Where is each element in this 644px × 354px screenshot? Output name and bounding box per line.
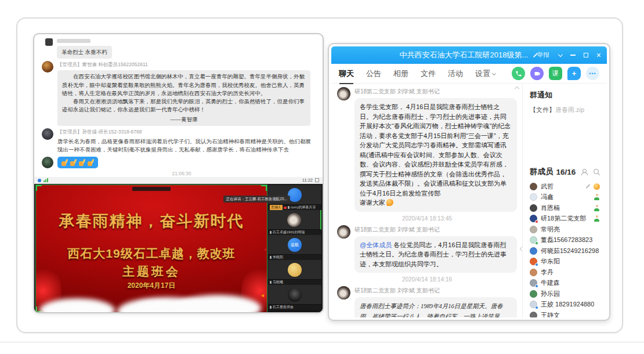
emoji-status-icon [594,183,600,190]
participant-avatar: 远航 [288,238,302,252]
member-name: 王姣 18291924880 [541,300,594,309]
member-name: 研18第二党支部 [541,214,586,223]
fullscreen-icon[interactable] [315,178,319,182]
mention-all[interactable]: @全体成员 [360,241,392,248]
message-bubble: 革命烈士 永垂不朽 [57,46,112,59]
participant-label: 主持人 curry的屏幕共享 [268,205,321,210]
timestamp: 2020/4/14 18:13:45 [337,215,517,222]
member-row[interactable]: 牛建森 [530,278,600,289]
close-button[interactable]: × [596,51,601,59]
message-thanks: 谢谢大家 [360,199,385,206]
status-badge [535,306,538,309]
speaker-icon[interactable]: ◄ [260,292,265,298]
participant-label: 马晓曦 [268,280,321,285]
member-row[interactable]: 研18第二党支部 [530,214,600,225]
online-person-icon [594,205,600,211]
member-row[interactable]: 冯鑫 [530,192,600,203]
tab-notice[interactable]: 公告 [366,68,381,79]
tab-album[interactable]: 相册 [393,68,408,79]
host-badge: 主持人 [270,205,283,210]
member-row[interactable]: 常明亮 [530,224,600,235]
member-name: 何晓茹15249216298 [541,247,599,255]
window-title: 中共西安石油大学石工院研2018级第... [400,50,529,60]
sender-name: 研18第二党支部 刘学斌 支部书记 [354,88,517,96]
participant-label: 石工卓越1901刘明瑞 [268,230,321,235]
member-row[interactable]: 董磊15667283823 [530,235,600,246]
invite-member-icon[interactable] [581,169,588,175]
record-icon[interactable] [38,179,41,182]
participant-video-tile[interactable]: 远航 [268,235,321,255]
slide-subtitle: 主题班会 [36,263,267,280]
thumbs-up-icon [88,159,94,166]
shared-slide: 承春雨精神，奋斗新时代 西石大19级石工卓越，教改班 主题班会 2020年4月1… [36,185,267,312]
member-name: 牛建森 [541,279,560,287]
avatar[interactable] [45,38,53,46]
member-avatar [530,269,537,276]
member-row[interactable]: 华东阳 [530,257,600,268]
message-list[interactable]: 研18第二党支部 刘学斌 支部书记 各学生党支部， 4月16日是我院唐春雨烈士牺… [331,84,523,317]
message-bubble: 各学生党支部， 4月16日是我院唐春雨烈士牺牲之日。为纪念唐春雨烈士，学习烈士的… [354,98,517,212]
participant-video-tile[interactable] [268,285,321,305]
group-notice-file[interactable]: 【文件】唐春雨.zip [530,106,600,114]
member-row[interactable]: 王静文 [530,310,600,317]
members-title: 群成员 [530,167,553,177]
phone-icon [515,70,522,77]
tab-settings[interactable]: 设置 [475,68,495,79]
minimize-button[interactable] [570,55,576,56]
sender-name: 【管理员】黄智康 科创委员15622052611 [57,62,310,68]
member-name: 武哲 [541,182,553,191]
avatar[interactable] [337,225,350,239]
selection-handle [36,185,42,191]
members-header: 群成员 16/16 [530,167,600,177]
member-avatar [530,258,537,265]
thumbs-up-icon [70,159,77,166]
chevron-down-icon[interactable] [558,52,563,56]
tab-files[interactable]: 文件 [421,68,436,79]
member-row[interactable]: 武哲 [530,181,600,192]
tab-activity[interactable]: 活动 [448,68,463,79]
group-class-button[interactable]: 课 [549,67,562,80]
member-row[interactable]: 孙乐园 [530,288,600,299]
chat-message: 研18第二党支部 刘学斌 支部书记 唐春雨烈士事迹简介：1989年4月16日是星… [337,286,517,317]
edit-icon[interactable] [586,184,591,189]
member-row[interactable]: 王姣 18291924880 [530,299,600,310]
sender-name: 研18第二党支部 刘学斌 支部书记 [354,287,517,295]
participant-video-tile[interactable] [268,210,321,230]
search-member-icon[interactable] [594,169,600,175]
tab-chat[interactable]: 聊天 [339,68,354,79]
new-chat-button[interactable]: + [567,67,581,80]
member-row[interactable]: 李丹 [530,267,600,278]
member-name: 董磊15667283823 [541,236,592,244]
member-list: 武哲 冯鑫 肖恩楠 研18第二党支部 [530,181,600,317]
avatar[interactable] [42,128,53,140]
message-signature: ——黄智康 [62,115,306,124]
participant-strip: 主持人 curry的屏幕共享 石工卓越1901刘明瑞 远航 朱晓阳 [268,185,321,312]
avatar[interactable] [42,157,53,168]
participant-video-tile[interactable] [268,260,321,280]
slide-next-arrow[interactable]: › [265,247,266,252]
avatar[interactable] [42,61,53,73]
member-row[interactable]: 肖恩楠 [530,203,600,214]
speaking-tooltip: 正在讲话：王云鹏 石工教改领航20... [223,196,290,203]
more-button[interactable]: ••• [586,67,599,80]
mic-icon [270,231,272,234]
status-badge [535,284,538,288]
status-badge [535,241,538,245]
video-camera-icon [534,70,541,77]
video-call-button[interactable] [530,67,544,80]
message-text: 唐学长名为春雨，品格更像春雨那样滋润着后代学子们。我认为石油精神和春雨精神是关联… [57,138,313,154]
member-row[interactable]: 何晓茹15249216298 [530,245,600,257]
message-text: 各学生党支部， 4月16日是我院唐春雨烈士牺牲之日。为纪念唐春雨烈士，学习烈士的… [360,103,511,197]
left-chat-area: 革命烈士 永垂不朽 【管理员】黄智康 科创委员15622052611 在西安石油… [34,34,323,177]
avatar[interactable] [337,87,350,100]
avatar[interactable] [337,286,350,299]
qq-group-window: 中共西安石油大学石工院研2018级第... 举报 × 聊天 公告 相册 文件 活… [328,43,610,321]
selection-handle [261,185,267,191]
participant-name: curry的屏幕共享 [291,205,316,210]
slide-date: 2020年4月17日 [36,281,267,291]
member-name: 孙乐园 [541,290,560,298]
report-button[interactable]: 举报 [537,51,549,59]
maximize-button[interactable] [584,53,588,57]
voice-call-button[interactable] [512,67,525,80]
slide-top-label [132,187,171,191]
